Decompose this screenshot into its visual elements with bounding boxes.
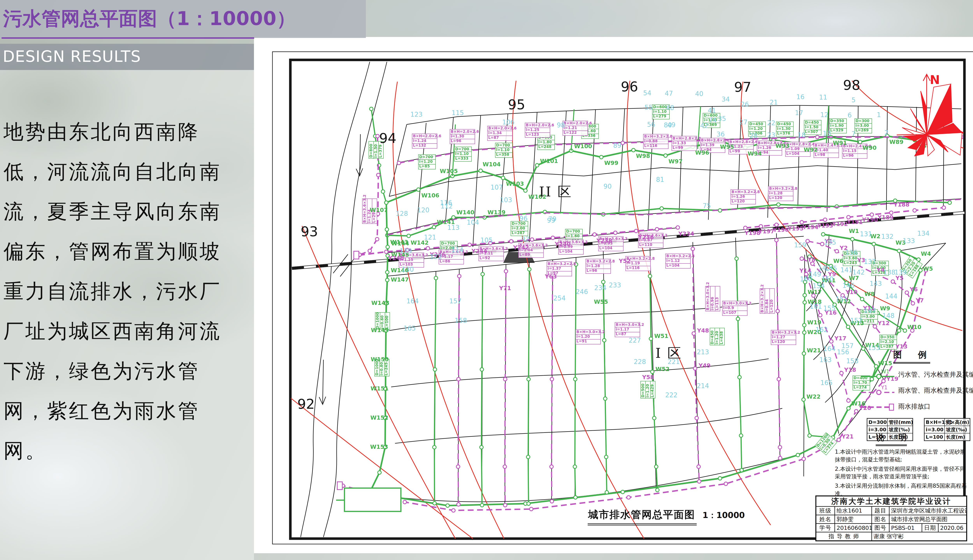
block-number: 48 [666,104,674,112]
block-number: 2 [884,129,889,137]
block-number: 222 [665,391,677,399]
manhole-label: Y58 [642,374,654,380]
storm-manhole [778,457,782,460]
svg-text:i=1.26: i=1.26 [732,194,745,198]
manhole-label: W94 [748,150,762,157]
svg-text:L=438: L=438 [719,331,724,344]
treatment-plant [344,488,401,512]
sewer-manhole [846,325,850,328]
block-number: 12 [820,111,828,118]
sewer-manhole [386,245,390,249]
sewer-manhole [602,280,605,284]
block-number: 131 [860,230,872,238]
sewer-manhole [574,496,577,499]
storm-manhole [942,206,946,209]
storm-manhole [550,377,553,381]
storm-manhole [724,482,727,485]
svg-text:i=3.00: i=3.00 [861,314,875,318]
svg-text:B×H=2.8×2.6: B×H=2.8×2.6 [729,140,757,144]
svg-text:i=1.20: i=1.20 [577,334,590,338]
storm-manhole [550,465,553,468]
legend-item-storm: Y1 雨水管、雨水检查井及其编号 [860,385,969,395]
svg-text:i=1.20: i=1.20 [645,384,650,397]
sewer-manhole [802,398,805,401]
sewer-manhole [735,257,738,260]
block-number: 145 [825,265,837,272]
storm-manhole [503,503,507,507]
block-number: 7 [852,130,856,138]
sewer-data-box: D=700i=1.10L=358 [495,143,512,158]
manhole-label: W98 [636,153,650,159]
block-number: 113 [447,224,460,232]
manhole-label: W95 [720,143,734,150]
svg-text:i=1.10: i=1.10 [653,109,667,113]
storm-manhole [911,302,914,305]
sewer-manhole [872,242,876,246]
storm-outfall [337,482,342,490]
titleblock-row-id: 学号 20160608018 图号 PSBS-01 日期 2020.06 [816,524,966,532]
block-number: 234 [594,284,607,292]
block-number: 56 [647,121,655,128]
manhole-label: Y194 [802,224,819,230]
slide: D=700i=1.20L=85D=700i=1.10L=333D=700i=1.… [0,0,973,560]
storm-manhole [778,445,782,449]
title-band: 污水管网总平面图（1：10000） [0,0,366,38]
svg-text:D=450: D=450 [805,120,819,125]
storm-data-box: B×H=2.0×2.6i=1.30L=96 [450,129,479,144]
manhole-label: Y6 [909,286,918,293]
block-number: 16 [796,93,804,101]
svg-text:i=1.80: i=1.80 [538,140,552,144]
block-number: 21 [770,98,778,106]
sewer-manhole [803,293,806,297]
sewer-manhole [604,397,607,400]
block-number: 54 [643,89,651,97]
storm-line-icon: Y1 [860,385,895,395]
storm-data-box: B×H=3.2×2.8i=1.28L=96 [586,259,615,273]
block-number: 55 [645,103,653,111]
svg-text:L=120: L=120 [732,199,745,203]
sewer-manhole [632,148,635,152]
svg-text:L=333: L=333 [455,156,468,160]
manhole-label: W10 [907,324,921,330]
svg-text:B×H=3.2×3.2: B×H=3.2×3.2 [760,285,764,313]
sewer-manhole [718,208,722,212]
block-number: 97 [522,235,530,243]
sewer-data-box: D=350i=1.90L=329 [829,118,846,133]
block-number: 112 [441,202,453,210]
storm-manhole [468,243,471,247]
zone-label: II 区 [539,184,572,200]
manhole-label: W152 [370,414,388,421]
storm-manhole [368,249,371,253]
storm-data-box: B×H=3.2×3.2i=1.27L=120 [771,330,800,345]
block-number: 246 [576,288,588,295]
sewer-line-icon: W1 [860,370,895,380]
block-number: 115 [451,109,464,117]
manhole-label: W55 [594,298,608,305]
storm-manhole [777,377,781,381]
manhole-label: W100 [574,143,592,150]
manhole-label: Y49 [699,362,711,369]
sewer-manhole [621,490,624,494]
storm-manhole [503,377,507,381]
svg-text:D=700: D=700 [441,241,455,245]
sewer-manhole [649,337,653,340]
svg-text:L=287: L=287 [880,344,894,348]
block-number: 74 [709,117,717,124]
storm-manhole [744,226,747,230]
storm-data-box: B×H=3.0×3.2i=0.96L=113 [706,282,720,311]
svg-text:B×H=3.2×2.8: B×H=3.2×2.8 [587,259,615,263]
svg-text:B×H=3.2×3.2: B×H=3.2×3.2 [772,330,800,335]
sewer-manhole [385,228,389,231]
block-number: 41 [708,107,716,114]
storm-manhole [697,480,701,483]
sewer-manhole [573,377,577,381]
svg-text:L=113: L=113 [715,297,719,310]
storm-data-box: B×H=3.2×2.8i=1.28L=120 [768,186,797,201]
svg-text:B×H=3.2×2.8: B×H=3.2×2.8 [644,134,672,138]
north-label: N [930,73,940,87]
svg-text:i=0.80: i=0.80 [379,362,384,375]
block-number: 227 [629,337,641,344]
block-number: 122 [430,253,442,260]
storm-manhole [759,225,762,228]
sewer-manhole [480,368,483,371]
